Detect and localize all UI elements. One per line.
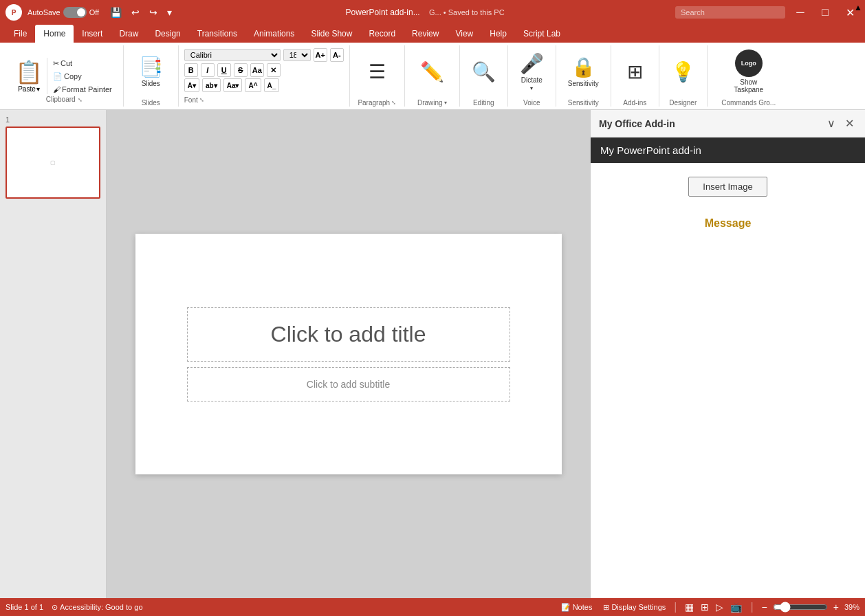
addins-button[interactable]: ⊞ [617, 56, 652, 87]
notes-button[interactable]: 📝 Notes [558, 602, 595, 613]
commands-group: Logo ShowTaskpane Commands Gro... [708, 45, 790, 107]
task-pane-controls: ∨ ✕ [824, 116, 857, 131]
underline-button[interactable]: U [217, 63, 231, 77]
task-pane-body: Insert Image Message [591, 163, 865, 598]
font-color-row: A▾ ab▾ Aa▾ A^ A_ [184, 78, 280, 92]
status-separator: | [674, 601, 677, 613]
clipboard-group-label: Clipboard ⤡ [6, 94, 123, 104]
search-input[interactable] [675, 6, 785, 19]
paragraph-button[interactable]: ☰ [360, 56, 394, 87]
show-taskpane-button[interactable]: Logo ShowTaskpane [728, 45, 769, 98]
zoom-in-button[interactable]: + [831, 600, 842, 614]
minimize-button[interactable]: ─ [791, 3, 810, 22]
slide-title-placeholder[interactable]: Click to add title [187, 307, 510, 362]
drawing-group-label: Drawing ▾ [417, 98, 447, 107]
zoom-level: 39% [844, 603, 859, 611]
customize-button[interactable]: ▾ [164, 6, 175, 19]
font-size-label[interactable]: Aa▾ [223, 78, 243, 92]
italic-button[interactable]: I [201, 63, 215, 77]
subscript-button[interactable]: A_ [264, 78, 280, 92]
tab-review[interactable]: Review [404, 25, 447, 43]
app-logo-text: P [12, 9, 17, 16]
tab-design[interactable]: Design [146, 25, 188, 43]
slide-sorter-button[interactable]: ⊞ [698, 600, 712, 614]
slide-subtitle-text: Click to add subtitle [307, 379, 390, 390]
tab-animations[interactable]: Animations [245, 25, 303, 43]
status-bar: Slide 1 of 1 ⊙ Accessibility: Good to go… [0, 598, 865, 616]
tab-file[interactable]: File [6, 25, 35, 43]
change-case-button[interactable]: Aa [250, 63, 264, 77]
drawing-button[interactable]: ✏️ [415, 56, 450, 87]
copy-button[interactable]: 📄 Copy [50, 71, 115, 82]
zoom-slider-input[interactable] [773, 602, 828, 613]
editing-icon: 🔍 [472, 60, 496, 83]
clear-format-button[interactable]: ✕ [267, 63, 281, 77]
undo-button[interactable]: ↩ [129, 6, 142, 19]
dictate-button[interactable]: 🎤 Dictate ▾ [514, 48, 549, 96]
ribbon-tabs: File Home Insert Draw Design Transitions… [0, 25, 865, 43]
status-bar-left: Slide 1 of 1 ⊙ Accessibility: Good to go [6, 602, 550, 613]
accessibility-button[interactable]: ⊙ Accessibility: Good to go [49, 602, 145, 613]
paste-button[interactable]: 📋 Paste ▾ [11, 58, 47, 94]
clipboard-group: 📋 Paste ▾ ✂ Cut 📄 Copy 🖌 Format Painter … [6, 45, 124, 107]
task-pane-close-button[interactable]: ✕ [842, 116, 857, 131]
save-button[interactable]: 💾 [107, 6, 124, 19]
slideshow-button[interactable]: 📺 [727, 600, 745, 614]
strikethrough-button[interactable]: S [234, 63, 248, 77]
sensitivity-button[interactable]: 🔒 Sensitivity [562, 52, 604, 91]
slide-info: Slide 1 of 1 [6, 603, 43, 611]
addins-icon: ⊞ [627, 60, 643, 83]
quick-access-toolbar: 💾 ↩ ↪ ▾ [107, 6, 175, 19]
display-settings-button[interactable]: ⊞ Display Settings [600, 602, 668, 613]
tab-transitions[interactable]: Transitions [189, 25, 245, 43]
superscript-button[interactable]: A^ [245, 78, 261, 92]
font-size-select[interactable]: 18 [283, 49, 311, 61]
clipboard-sub: ✂ Cut 📄 Copy 🖌 Format Painter [47, 56, 118, 96]
dictate-label: Dictate [521, 76, 543, 84]
zoom-separator: | [750, 601, 753, 613]
redo-button[interactable]: ↪ [146, 6, 160, 19]
decrease-font-button[interactable]: A- [330, 48, 344, 62]
tab-help[interactable]: Help [481, 25, 515, 43]
paragraph-group: ☰ Paragraph ⤡ [350, 45, 405, 107]
new-slide-button[interactable]: 📑 Slides [133, 52, 168, 91]
document-title: PowerPoint add-in... G... • Saved to thi… [180, 8, 670, 17]
cut-button[interactable]: ✂ Cut [50, 58, 115, 69]
tab-view[interactable]: View [447, 25, 481, 43]
normal-view-button[interactable]: ▦ [682, 600, 697, 614]
autosave-toggle[interactable] [63, 7, 87, 18]
main-content: 1 ▢ Click to add title Click to add subt… [0, 110, 865, 598]
title-bar: P AutoSave Off 💾 ↩ ↪ ▾ PowerPoint add-in… [0, 0, 865, 25]
slides-panel: 1 ▢ [0, 110, 107, 598]
ribbon: File Home Insert Draw Design Transitions… [0, 25, 865, 110]
slide-subtitle-placeholder[interactable]: Click to add subtitle [187, 367, 510, 402]
task-pane-addin-title: My PowerPoint add-in [600, 144, 701, 156]
tab-scriptlab[interactable]: Script Lab [515, 25, 569, 43]
tab-record[interactable]: Record [360, 25, 404, 43]
designer-button[interactable]: 💡 [666, 56, 701, 87]
drawing-group: ✏️ Drawing ▾ [405, 45, 460, 107]
font-color-button[interactable]: A▾ [184, 78, 199, 92]
zoom-out-button[interactable]: − [759, 600, 770, 614]
task-pane-collapse-button[interactable]: ∨ [824, 116, 838, 131]
slide-thumbnail[interactable]: ▢ [6, 126, 100, 199]
reading-view-button[interactable]: ▷ [713, 600, 726, 614]
tab-insert[interactable]: Insert [74, 25, 111, 43]
slide-thumb-inner: ▢ [7, 128, 99, 197]
increase-font-button[interactable]: A+ [314, 48, 327, 62]
slides-group: 📑 Slides Slides [124, 45, 179, 107]
highlight-button[interactable]: ab▾ [202, 78, 221, 92]
maximize-button[interactable]: □ [815, 3, 835, 22]
editing-group-label: Editing [473, 98, 494, 107]
tab-draw[interactable]: Draw [111, 25, 146, 43]
font-name-select[interactable]: Calibri [184, 49, 281, 61]
bold-button[interactable]: B [184, 63, 198, 77]
editing-group: 🔍 Editing [460, 45, 508, 107]
tab-home[interactable]: Home [35, 25, 74, 43]
insert-image-button[interactable]: Insert Image [688, 177, 767, 197]
ribbon-collapse-button[interactable]: ▲ [851, 0, 865, 15]
tab-slideshow[interactable]: Slide Show [303, 25, 360, 43]
task-pane-addin-title-bar: My PowerPoint add-in [591, 138, 865, 163]
editing-button[interactable]: 🔍 [466, 56, 501, 87]
format-painter-button[interactable]: 🖌 Format Painter [50, 84, 115, 95]
